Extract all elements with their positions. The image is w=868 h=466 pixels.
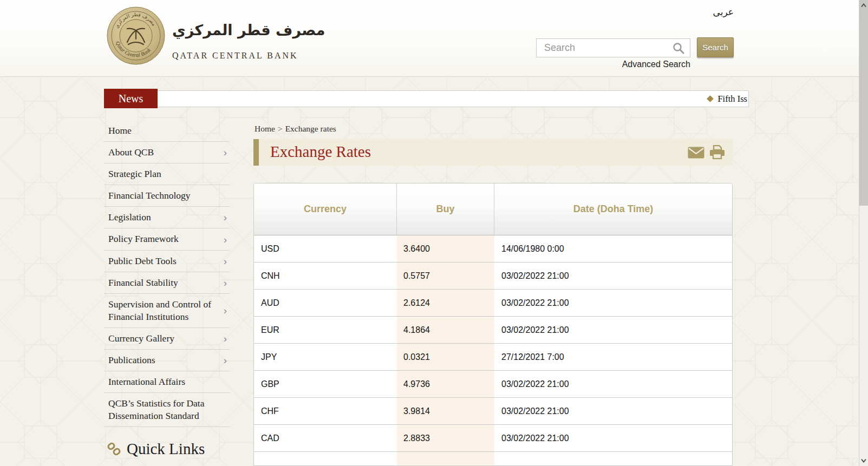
chain-link-icon xyxy=(107,442,121,456)
currency-cell: JPY xyxy=(254,344,397,370)
scroll-up-icon[interactable] xyxy=(861,3,866,8)
chevron-right-icon: › xyxy=(224,305,229,316)
table-row: CNH 0.5757 03/02/2022 21:00 xyxy=(254,262,732,290)
chevron-right-icon: › xyxy=(224,333,229,344)
bank-name-english: QATAR CENTRAL BANK xyxy=(172,51,298,61)
table-row: CHF 3.9814 03/02/2022 21:00 xyxy=(254,398,732,425)
sidebar-item-financial-technology[interactable]: Financial Technology xyxy=(104,185,230,207)
chevron-right-icon: › xyxy=(224,147,229,157)
arabic-language-link[interactable]: عربى xyxy=(710,6,734,17)
currency-cell: GBP xyxy=(254,371,397,397)
email-icon[interactable] xyxy=(688,147,704,159)
date-cell: 03/02/2022 21:00 xyxy=(494,262,732,289)
sidebar-nav: Home About QCB › Strategic Plan Financia… xyxy=(104,120,230,458)
news-ticker-text: Fifth Iss xyxy=(717,94,747,104)
qcb-seal-icon: مصرف قطر المركزي Qatar Central Bank xyxy=(107,6,165,65)
table-row: EUR 4.1864 03/02/2022 21:00 xyxy=(254,317,732,344)
table-row-partial xyxy=(254,452,732,466)
currency-cell: EUR xyxy=(254,317,397,343)
title-accent-bar xyxy=(253,139,259,166)
column-header-buy: Buy xyxy=(397,183,494,235)
breadcrumb-separator: > xyxy=(275,124,285,133)
buy-cell: 2.6124 xyxy=(397,290,494,316)
buy-cell: 0.5757 xyxy=(397,262,494,289)
date-cell: 03/02/2022 21:00 xyxy=(494,398,732,424)
table-row: CAD 2.8833 03/02/2022 21:00 xyxy=(254,425,732,452)
buy-cell: 2.8833 xyxy=(397,425,494,451)
column-header-date: Date (Doha Time) xyxy=(494,183,732,235)
sidebar-item-about-qcb[interactable]: About QCB › xyxy=(104,142,230,163)
scroll-down-icon[interactable] xyxy=(861,458,866,463)
search-button[interactable]: Search xyxy=(697,37,734,57)
quick-links-title: Quick Links xyxy=(127,440,205,458)
breadcrumb-home[interactable]: Home xyxy=(254,124,275,133)
sidebar-item-supervision[interactable]: Supervision and Control of Financial Ins… xyxy=(104,294,230,328)
sidebar-item-home[interactable]: Home xyxy=(104,120,230,142)
qcb-exchange-rates-page: مصرف قطر المركزي Qatar Central Bank مصرف… xyxy=(0,0,868,466)
date-cell: 03/02/2022 21:00 xyxy=(494,371,732,397)
currency-cell: CAD xyxy=(254,425,397,451)
chevron-right-icon: › xyxy=(224,256,229,266)
print-icon[interactable] xyxy=(709,145,725,160)
news-ticker: Fifth Iss xyxy=(158,90,749,107)
quick-links-header[interactable]: Quick Links xyxy=(104,440,230,458)
sidebar-item-public-debt-tools[interactable]: Public Debt Tools › xyxy=(104,251,230,272)
breadcrumb-current: Exchange rates xyxy=(285,124,336,133)
bank-name-arabic: مصرف قطر المركزي xyxy=(172,22,325,38)
scrollbar-thumb[interactable] xyxy=(859,0,868,206)
buy-cell: 4.1864 xyxy=(397,317,494,343)
chevron-right-icon: › xyxy=(224,234,229,245)
search-input[interactable] xyxy=(537,39,690,57)
search-icon xyxy=(673,42,684,54)
sidebar-item-policy-framework[interactable]: Policy Framework › xyxy=(104,228,230,250)
buy-cell: 4.9736 xyxy=(397,371,494,397)
table-row: JPY 0.0321 27/12/2021 7:00 xyxy=(254,344,732,371)
page-title: Exchange Rates xyxy=(270,139,371,165)
currency-cell: AUD xyxy=(254,290,397,316)
currency-cell: CHF xyxy=(254,398,397,424)
table-row: AUD 2.6124 03/02/2022 21:00 xyxy=(254,290,732,317)
buy-cell: 3.6400 xyxy=(397,235,494,262)
sidebar-item-legislation[interactable]: Legislation › xyxy=(104,207,230,228)
page-title-bar: Exchange Rates xyxy=(253,139,733,166)
exchange-rates-table: Currency Buy Date (Doha Time) USD 3.6400… xyxy=(253,183,733,466)
search-box xyxy=(536,38,690,57)
chevron-right-icon: › xyxy=(224,355,229,365)
date-cell: 03/02/2022 21:00 xyxy=(494,290,732,316)
site-header: مصرف قطر المركزي Qatar Central Bank مصرف… xyxy=(0,0,859,77)
diamond-bullet-icon xyxy=(707,95,714,102)
sidebar-item-publications[interactable]: Publications › xyxy=(104,350,230,371)
breadcrumb: Home>Exchange rates xyxy=(254,124,336,134)
news-ticker-item[interactable]: Fifth Iss xyxy=(708,91,747,107)
table-header-row: Currency Buy Date (Doha Time) xyxy=(254,183,732,235)
sidebar-item-strategic-plan[interactable]: Strategic Plan xyxy=(104,163,230,185)
buy-cell: 3.9814 xyxy=(397,398,494,424)
sidebar-item-currency-gallery[interactable]: Currency Gallery › xyxy=(104,328,230,350)
table-row: GBP 4.9736 03/02/2022 21:00 xyxy=(254,371,732,398)
vertical-scrollbar[interactable] xyxy=(859,0,868,466)
news-label: News xyxy=(104,89,158,108)
currency-cell: USD xyxy=(254,235,397,262)
sidebar-item-qcb-statistics[interactable]: QCB’s Statistics for Data Dissemination … xyxy=(104,393,230,427)
date-cell: 27/12/2021 7:00 xyxy=(494,344,732,370)
sidebar-item-international-affairs[interactable]: International Affairs xyxy=(104,371,230,393)
chevron-right-icon: › xyxy=(224,212,229,222)
column-header-currency: Currency xyxy=(254,183,397,235)
advanced-search-link[interactable]: Advanced Search xyxy=(536,60,690,69)
buy-cell: 0.0321 xyxy=(397,344,494,370)
sidebar-item-financial-stability[interactable]: Financial Stability › xyxy=(104,272,230,294)
date-cell: 03/02/2022 21:00 xyxy=(494,425,732,451)
date-cell: 03/02/2022 21:00 xyxy=(494,317,732,343)
date-cell: 14/06/1980 0:00 xyxy=(494,235,732,262)
currency-cell: CNH xyxy=(254,262,397,289)
chevron-right-icon: › xyxy=(224,278,229,288)
table-row: USD 3.6400 14/06/1980 0:00 xyxy=(254,235,732,262)
qcb-logo[interactable]: مصرف قطر المركزي Qatar Central Bank xyxy=(107,6,165,67)
